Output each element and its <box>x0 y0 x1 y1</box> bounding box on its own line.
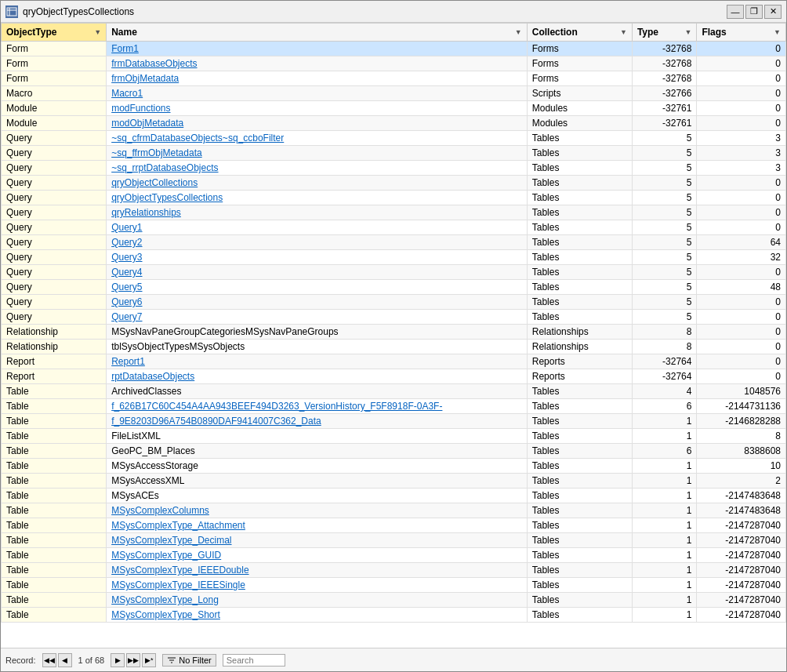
table-row[interactable]: TableMSysACEsTables1-2147483648 <box>2 489 786 503</box>
table-row[interactable]: TableGeoPC_BM_PlacesTables68388608 <box>2 444 786 459</box>
name-link[interactable]: qryObjectCollections <box>111 177 198 188</box>
name-link[interactable]: MSysComplexType_IEEEDouble <box>111 565 248 576</box>
cell-name[interactable]: modFunctions <box>107 101 528 116</box>
table-row[interactable]: FormForm1Forms-327680 <box>2 42 786 56</box>
col-header-name[interactable]: Name ▼ <box>107 24 528 42</box>
name-link[interactable]: Query5 <box>111 282 142 292</box>
table-row[interactable]: Query~sq_ffrmObjMetadataTables53 <box>2 146 786 161</box>
table-row[interactable]: QueryQuery5Tables548 <box>2 280 786 295</box>
name-link[interactable]: ~sq_rrptDatabaseObjects <box>111 162 218 173</box>
table-row[interactable]: Tablef_626B17C60C454A4AA943BEEF494D3263_… <box>2 399 786 414</box>
cell-name[interactable]: f_626B17C60C454A4AA943BEEF494D3263_Versi… <box>107 399 528 414</box>
table-row[interactable]: FormfrmObjMetadataForms-327680 <box>2 71 786 86</box>
table-row[interactable]: QueryqryObjectCollectionsTables50 <box>2 176 786 191</box>
table-row[interactable]: FormfrmDatabaseObjectsForms-327680 <box>2 56 786 71</box>
name-link[interactable]: MSysComplexColumns <box>111 505 209 516</box>
table-row[interactable]: QueryQuery4Tables50 <box>2 265 786 280</box>
cell-name[interactable]: frmDatabaseObjects <box>107 56 528 71</box>
name-link[interactable]: Report1 <box>111 356 145 367</box>
cell-name[interactable]: Query3 <box>107 250 528 265</box>
name-link[interactable]: f_9E8203D96A754B0890DAF9414007C362_Data <box>111 416 321 427</box>
cell-name[interactable]: qryObjectCollections <box>107 176 528 191</box>
cell-name[interactable]: modObjMetadata <box>107 116 528 131</box>
name-link[interactable]: Query3 <box>111 252 142 263</box>
cell-name[interactable]: Macro1 <box>107 86 528 101</box>
table-row[interactable]: Tablef_9E8203D96A754B0890DAF9414007C362_… <box>2 414 786 429</box>
table-row[interactable]: TableMSysAccessStorageTables110 <box>2 459 786 474</box>
cell-name[interactable]: ~sq_rrptDatabaseObjects <box>107 161 528 176</box>
table-row[interactable]: TableMSysComplexType_ShortTables1-214728… <box>2 608 786 623</box>
table-row[interactable]: QueryQuery6Tables50 <box>2 295 786 310</box>
table-row[interactable]: TableMSysComplexType_IEEEDoubleTables1-2… <box>2 563 786 578</box>
nav-last-button[interactable]: ▶▶ <box>126 653 140 667</box>
table-row[interactable]: TableArchivedClassesTables41048576 <box>2 384 786 399</box>
table-row[interactable]: ReportReport1Reports-327640 <box>2 354 786 369</box>
table-row[interactable]: QueryQuery1Tables50 <box>2 220 786 235</box>
name-link[interactable]: modObjMetadata <box>111 118 183 129</box>
nav-first-button[interactable]: ◀◀ <box>42 653 56 667</box>
table-row[interactable]: ReportrptDatabaseObjectsReports-327640 <box>2 369 786 384</box>
cell-name[interactable]: MSysComplexColumns <box>107 503 528 518</box>
minimize-button[interactable]: — <box>727 5 744 19</box>
cell-name[interactable]: Form1 <box>107 42 528 56</box>
table-row[interactable]: TableMSysComplexType_LongTables1-2147287… <box>2 593 786 608</box>
cell-name[interactable]: qryRelationships <box>107 205 528 220</box>
table-row[interactable]: RelationshipMSysNavPaneGroupCategoriesMS… <box>2 325 786 340</box>
restore-button[interactable]: ❐ <box>745 5 763 19</box>
filter-button[interactable]: No Filter <box>162 654 216 667</box>
col-header-objecttype[interactable]: ObjectType ▼ <box>2 24 107 42</box>
cell-name[interactable]: Query4 <box>107 265 528 280</box>
cell-name[interactable]: Report1 <box>107 354 528 369</box>
cell-name[interactable]: ~sq_cfrmDatabaseObjects~sq_ccboFilter <box>107 131 528 146</box>
cell-name[interactable]: f_9E8203D96A754B0890DAF9414007C362_Data <box>107 414 528 429</box>
table-row[interactable]: RelationshiptblSysObjectTypesMSysObjects… <box>2 340 786 354</box>
table-row[interactable]: QueryQuery3Tables532 <box>2 250 786 265</box>
col-header-flags[interactable]: Flags ▼ <box>697 24 786 42</box>
name-link[interactable]: Macro1 <box>111 88 143 99</box>
name-link[interactable]: frmDatabaseObjects <box>111 58 197 69</box>
nav-new-button[interactable]: ▶* <box>142 653 156 667</box>
table-row[interactable]: TableMSysAccessXMLTables12 <box>2 474 786 489</box>
col-header-type[interactable]: Type ▼ <box>632 24 697 42</box>
table-row[interactable]: Query~sq_cfrmDatabaseObjects~sq_ccboFilt… <box>2 131 786 146</box>
table-row[interactable]: ModulemodObjMetadataModules-327610 <box>2 116 786 131</box>
table-row[interactable]: TableMSysComplexType_IEEESingleTables1-2… <box>2 578 786 593</box>
cell-name[interactable]: Query7 <box>107 310 528 325</box>
name-link[interactable]: MSysComplexType_Attachment <box>111 520 245 531</box>
name-link[interactable]: ~sq_ffrmObjMetadata <box>111 147 202 158</box>
cell-name[interactable]: frmObjMetadata <box>107 71 528 86</box>
name-link[interactable]: MSysComplexType_GUID <box>111 550 221 561</box>
name-link[interactable]: ~sq_cfrmDatabaseObjects~sq_ccboFilter <box>111 133 284 143</box>
name-link[interactable]: rptDatabaseObjects <box>111 371 194 382</box>
cell-name[interactable]: MSysComplexType_Long <box>107 593 528 608</box>
cell-name[interactable]: MSysComplexType_IEEESingle <box>107 578 528 593</box>
name-link[interactable]: MSysComplexType_IEEESingle <box>111 579 245 590</box>
cell-name[interactable]: MSysComplexType_Attachment <box>107 518 528 533</box>
table-row[interactable]: QueryQuery7Tables50 <box>2 310 786 325</box>
name-link[interactable]: modFunctions <box>111 103 170 114</box>
name-link[interactable]: qryObjectTypesCollections <box>111 192 223 203</box>
name-link[interactable]: MSysComplexType_Long <box>111 594 219 605</box>
name-link[interactable]: qryRelationships <box>111 207 181 218</box>
close-button[interactable]: ✕ <box>764 5 782 19</box>
cell-name[interactable]: Query1 <box>107 220 528 235</box>
cell-name[interactable]: MSysComplexType_IEEEDouble <box>107 563 528 578</box>
cell-name[interactable]: MSysComplexType_Decimal <box>107 533 528 548</box>
nav-prev-button[interactable]: ◀ <box>58 653 72 667</box>
table-scroll[interactable]: ObjectType ▼ Name ▼ Coll <box>1 23 786 648</box>
search-input[interactable] <box>223 654 285 667</box>
nav-next-button[interactable]: ▶ <box>111 653 125 667</box>
cell-name[interactable]: Query5 <box>107 280 528 295</box>
table-row[interactable]: Query~sq_rrptDatabaseObjectsTables53 <box>2 161 786 176</box>
cell-name[interactable]: ~sq_ffrmObjMetadata <box>107 146 528 161</box>
name-link[interactable]: Form1 <box>111 43 139 54</box>
name-link[interactable]: MSysComplexType_Short <box>111 609 220 620</box>
table-row[interactable]: TableFileListXMLTables18 <box>2 429 786 444</box>
table-row[interactable]: QueryqryRelationshipsTables50 <box>2 205 786 220</box>
cell-name[interactable]: qryObjectTypesCollections <box>107 191 528 205</box>
name-link[interactable]: Query6 <box>111 296 142 307</box>
cell-name[interactable]: MSysComplexType_GUID <box>107 548 528 563</box>
cell-name[interactable]: rptDatabaseObjects <box>107 369 528 384</box>
table-row[interactable]: QueryqryObjectTypesCollectionsTables50 <box>2 191 786 205</box>
table-row[interactable]: TableMSysComplexType_AttachmentTables1-2… <box>2 518 786 533</box>
